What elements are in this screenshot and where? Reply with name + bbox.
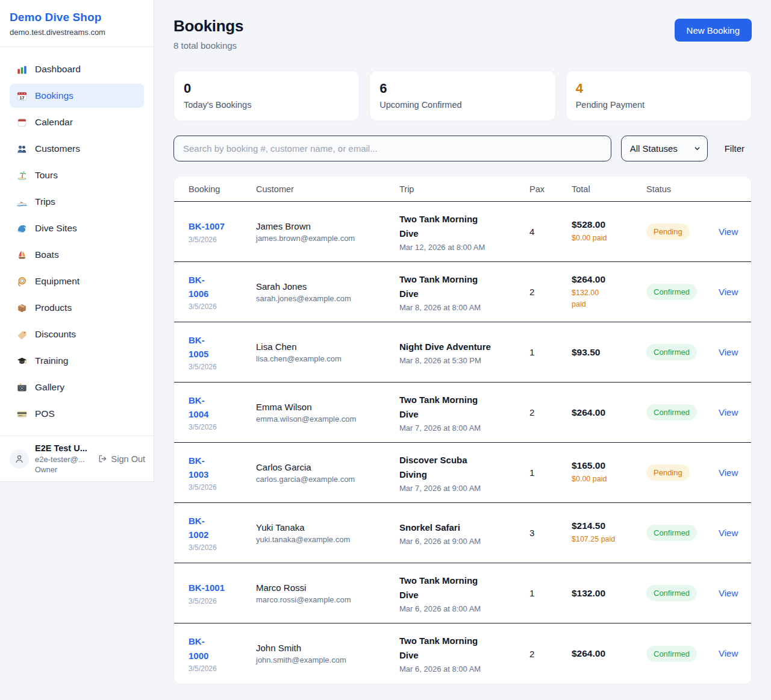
status-filter-value: All Statuses [630,143,678,154]
bookings-icon: 17 [17,91,27,101]
sidebar-item-products[interactable]: Products [10,296,144,320]
page-header: Bookings 8 total bookings New Booking [173,17,752,51]
trip-cell: Night Dive Adventure Mar 8, 2026 at 5:30… [399,340,529,365]
sign-out-button[interactable]: Sign Out [98,454,145,464]
trip-cell: Two Tank Morning Dive Mar 6, 2026 at 8:0… [399,634,529,673]
filter-button[interactable]: Filter [717,143,752,154]
training-icon [17,356,27,366]
trip-cell: Two Tank Morning Dive Mar 12, 2026 at 8:… [399,212,529,252]
booking-cell: BK-1007 3/5/2026 [189,219,256,243]
sidebar-item-equipment[interactable]: Equipment [10,269,144,293]
customer-name: John Smith [256,643,399,653]
dive-sites-icon [17,223,27,234]
sidebar-item-trips[interactable]: Trips [10,190,144,214]
total-amount: $214.50 [572,520,646,531]
paid-amount: $107.25 paid [572,534,646,545]
customer-email: yuki.tanaka@example.com [256,535,399,544]
sidebar-nav: Dashboard 17 Bookings Calendar Customers… [0,47,154,436]
new-booking-button[interactable]: New Booking [675,19,752,42]
bookings-table: Booking Customer Trip Pax Total Status B… [173,176,752,684]
sidebar-item-customers[interactable]: Customers [10,137,144,161]
booking-date: 3/5/2026 [189,483,256,492]
booking-cell: BK- 1000 3/5/2026 [189,634,256,673]
view-link[interactable]: View [719,227,738,237]
total-amount: $132.00 [572,588,646,599]
table-row: BK-1001 3/5/2026 Marco Rossi marco.rossi… [174,563,751,623]
booking-id-link[interactable]: BK- 1003 [189,454,256,482]
shop-name: Demo Dive Shop [10,11,144,24]
dashboard-icon [17,64,27,75]
page-subtitle: 8 total bookings [173,40,243,51]
table-body: BK-1007 3/5/2026 James Brown james.brown… [174,202,751,684]
sidebar-item-gallery[interactable]: Gallery [10,375,144,399]
sidebar-item-boats[interactable]: Boats [10,243,144,267]
sign-out-label: Sign Out [111,454,145,464]
view-link[interactable]: View [719,588,738,598]
sidebar-item-dashboard[interactable]: Dashboard [10,57,144,81]
status-badge: Confirmed [646,284,697,300]
customer-name: Carlos Garcia [256,462,399,472]
search-input[interactable] [173,136,611,161]
booking-id-link[interactable]: BK-1007 [189,219,256,233]
sidebar-item-label: Customers [35,143,80,154]
sidebar-item-training[interactable]: Training [10,349,144,373]
trip-datetime: Mar 7, 2026 at 8:00 AM [399,423,529,433]
column-header-status: Status [646,184,719,194]
actions-cell: View [719,227,737,237]
sidebar-item-label: POS [35,408,55,419]
view-link[interactable]: View [719,467,738,478]
status-cell: Confirmed [646,284,719,300]
sidebar-item-tours[interactable]: Tours [10,163,144,187]
booking-id-link[interactable]: BK- 1005 [189,333,256,361]
view-link[interactable]: View [719,528,738,538]
sidebar-item-label: Dive Sites [35,223,77,234]
stat-value: 0 [184,81,349,96]
total-amount: $528.00 [572,219,646,230]
status-cell: Pending [646,464,719,481]
column-header-total: Total [572,184,646,194]
view-link[interactable]: View [719,648,738,658]
booking-id-link[interactable]: BK- 1006 [189,273,256,301]
view-link[interactable]: View [719,407,738,417]
table-row: BK- 1000 3/5/2026 John Smith john.smith@… [174,623,751,684]
status-filter-select[interactable]: All Statuses [621,136,708,161]
customer-cell: Emma Wilson emma.wilson@example.com [256,402,399,423]
trip-name: Snorkel Safari [399,520,529,535]
booking-id-link[interactable]: BK-1001 [189,581,256,595]
user-role: Owner [35,466,92,474]
sidebar-item-bookings[interactable]: 17 Bookings [10,84,144,108]
sidebar-item-label: Bookings [35,90,73,101]
customer-cell: Lisa Chen lisa.chen@example.com [256,342,399,363]
booking-date: 3/5/2026 [189,597,256,605]
person-icon [14,454,25,464]
sidebar-item-pos[interactable]: POS [10,402,144,426]
sidebar-item-label: Training [35,355,68,366]
customer-cell: James Brown james.brown@example.com [256,221,399,243]
stat-value: 4 [576,81,741,96]
status-badge: Pending [646,464,690,481]
booking-id-link[interactable]: BK- 1004 [189,393,256,422]
booking-id-link[interactable]: BK- 1002 [189,514,256,542]
customer-email: james.brown@example.com [256,234,399,243]
column-header-booking: Booking [189,184,256,194]
total-amount: $165.00 [572,460,646,471]
booking-cell: BK- 1004 3/5/2026 [189,393,256,432]
booking-date: 3/5/2026 [189,363,256,371]
total-cell: $264.00 [572,648,646,659]
customer-email: lisa.chen@example.com [256,354,399,363]
sidebar-item-calendar[interactable]: Calendar [10,110,144,134]
sidebar-item-label: Products [35,302,72,313]
sidebar-item-dive-sites[interactable]: Dive Sites [10,216,144,240]
booking-date: 3/5/2026 [189,423,256,431]
view-link[interactable]: View [719,287,738,297]
view-link[interactable]: View [719,347,738,357]
sidebar-item-discounts[interactable]: Discounts [10,322,144,346]
booking-id-link[interactable]: BK- 1000 [189,634,256,663]
paid-amount: $0.00 paid [572,473,646,485]
customer-email: john.smith@example.com [256,655,399,664]
status-badge: Confirmed [646,585,697,601]
actions-cell: View [719,588,737,599]
total-amount: $264.00 [572,648,646,659]
trip-name: Two Tank Morning Dive [399,634,529,663]
pax-value: 4 [529,227,572,237]
